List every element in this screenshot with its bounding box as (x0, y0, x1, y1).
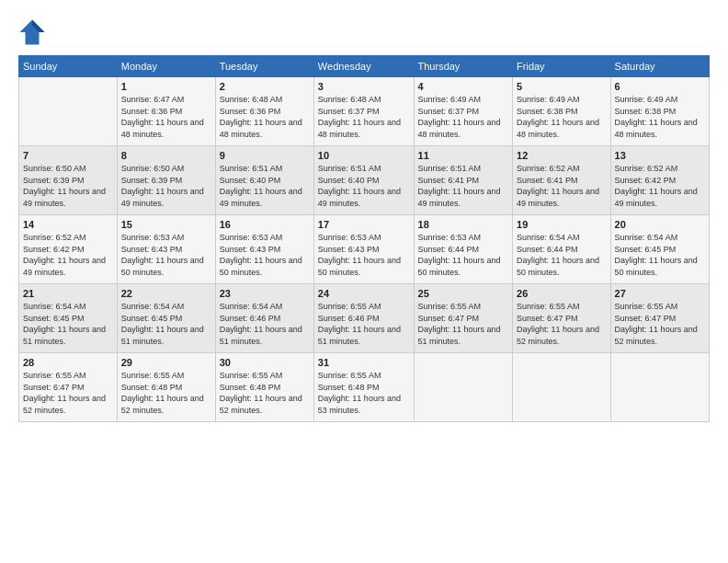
day-number: 19 (517, 219, 607, 230)
day-number: 28 (23, 357, 113, 368)
day-cell: 31 Sunrise: 6:55 AMSunset: 6:48 PMDaylig… (313, 353, 414, 422)
header (18, 18, 710, 46)
day-number: 26 (517, 288, 607, 299)
day-cell: 16 Sunrise: 6:53 AMSunset: 6:43 PMDaylig… (215, 215, 313, 284)
day-detail: Sunrise: 6:52 AMSunset: 6:42 PMDaylight:… (615, 164, 698, 208)
day-number: 13 (615, 150, 705, 161)
day-cell: 28 Sunrise: 6:55 AMSunset: 6:47 PMDaylig… (19, 353, 118, 422)
weekday-monday: Monday (117, 56, 215, 77)
week-row-2: 7 Sunrise: 6:50 AMSunset: 6:39 PMDayligh… (19, 146, 710, 215)
day-detail: Sunrise: 6:51 AMSunset: 6:41 PMDaylight:… (418, 164, 501, 208)
calendar-table: SundayMondayTuesdayWednesdayThursdayFrid… (18, 55, 710, 422)
day-detail: Sunrise: 6:55 AMSunset: 6:47 PMDaylight:… (23, 371, 106, 415)
day-number: 24 (318, 288, 410, 299)
day-detail: Sunrise: 6:51 AMSunset: 6:40 PMDaylight:… (318, 164, 401, 208)
day-number: 30 (220, 357, 310, 368)
day-cell: 15 Sunrise: 6:53 AMSunset: 6:43 PMDaylig… (117, 215, 215, 284)
day-detail: Sunrise: 6:54 AMSunset: 6:45 PMDaylight:… (23, 302, 106, 346)
day-cell: 12 Sunrise: 6:52 AMSunset: 6:41 PMDaylig… (513, 146, 611, 215)
weekday-saturday: Saturday (610, 56, 709, 77)
week-row-5: 28 Sunrise: 6:55 AMSunset: 6:47 PMDaylig… (19, 353, 710, 422)
day-cell: 22 Sunrise: 6:54 AMSunset: 6:45 PMDaylig… (117, 284, 215, 353)
day-number: 8 (121, 150, 211, 161)
day-cell: 6 Sunrise: 6:49 AMSunset: 6:38 PMDayligh… (610, 77, 709, 146)
day-detail: Sunrise: 6:51 AMSunset: 6:40 PMDaylight:… (220, 164, 302, 208)
weekday-wednesday: Wednesday (313, 56, 414, 77)
day-detail: Sunrise: 6:48 AMSunset: 6:37 PMDaylight:… (318, 95, 401, 139)
day-detail: Sunrise: 6:48 AMSunset: 6:36 PMDaylight:… (220, 95, 302, 139)
day-detail: Sunrise: 6:53 AMSunset: 6:44 PMDaylight:… (418, 233, 501, 277)
day-cell (414, 353, 513, 422)
day-cell: 13 Sunrise: 6:52 AMSunset: 6:42 PMDaylig… (610, 146, 709, 215)
day-cell (513, 353, 611, 422)
day-detail: Sunrise: 6:55 AMSunset: 6:48 PMDaylight:… (220, 371, 302, 415)
day-detail: Sunrise: 6:54 AMSunset: 6:46 PMDaylight:… (220, 302, 302, 346)
weekday-sunday: Sunday (19, 56, 118, 77)
day-number: 9 (220, 150, 310, 161)
day-detail: Sunrise: 6:53 AMSunset: 6:43 PMDaylight:… (220, 233, 302, 277)
day-cell: 4 Sunrise: 6:49 AMSunset: 6:37 PMDayligh… (414, 77, 513, 146)
day-detail: Sunrise: 6:53 AMSunset: 6:43 PMDaylight:… (318, 233, 401, 277)
day-detail: Sunrise: 6:54 AMSunset: 6:44 PMDaylight:… (517, 233, 599, 277)
day-number: 20 (615, 219, 705, 230)
day-detail: Sunrise: 6:55 AMSunset: 6:46 PMDaylight:… (318, 302, 401, 346)
page: SundayMondayTuesdayWednesdayThursdayFrid… (0, 0, 728, 563)
day-number: 1 (121, 81, 211, 92)
day-number: 6 (615, 81, 705, 92)
day-detail: Sunrise: 6:49 AMSunset: 6:37 PMDaylight:… (418, 95, 501, 139)
day-detail: Sunrise: 6:53 AMSunset: 6:43 PMDaylight:… (121, 233, 204, 277)
day-number: 2 (220, 81, 310, 92)
day-cell: 14 Sunrise: 6:52 AMSunset: 6:42 PMDaylig… (19, 215, 118, 284)
day-cell: 26 Sunrise: 6:55 AMSunset: 6:47 PMDaylig… (513, 284, 611, 353)
day-cell (19, 77, 118, 146)
weekday-friday: Friday (513, 56, 611, 77)
logo-icon (18, 18, 46, 46)
day-number: 21 (23, 288, 113, 299)
day-number: 14 (23, 219, 113, 230)
day-cell: 2 Sunrise: 6:48 AMSunset: 6:36 PMDayligh… (215, 77, 313, 146)
day-number: 7 (23, 150, 113, 161)
week-row-3: 14 Sunrise: 6:52 AMSunset: 6:42 PMDaylig… (19, 215, 710, 284)
day-cell: 8 Sunrise: 6:50 AMSunset: 6:39 PMDayligh… (117, 146, 215, 215)
day-detail: Sunrise: 6:50 AMSunset: 6:39 PMDaylight:… (23, 164, 106, 208)
day-number: 16 (220, 219, 310, 230)
day-cell: 7 Sunrise: 6:50 AMSunset: 6:39 PMDayligh… (19, 146, 118, 215)
day-cell: 17 Sunrise: 6:53 AMSunset: 6:43 PMDaylig… (313, 215, 414, 284)
day-detail: Sunrise: 6:47 AMSunset: 6:36 PMDaylight:… (121, 95, 204, 139)
day-detail: Sunrise: 6:54 AMSunset: 6:45 PMDaylight:… (615, 233, 698, 277)
day-cell: 18 Sunrise: 6:53 AMSunset: 6:44 PMDaylig… (414, 215, 513, 284)
weekday-thursday: Thursday (414, 56, 513, 77)
day-detail: Sunrise: 6:55 AMSunset: 6:48 PMDaylight:… (318, 371, 401, 415)
day-cell: 11 Sunrise: 6:51 AMSunset: 6:41 PMDaylig… (414, 146, 513, 215)
day-number: 29 (121, 357, 211, 368)
day-cell: 20 Sunrise: 6:54 AMSunset: 6:45 PMDaylig… (610, 215, 709, 284)
day-number: 12 (517, 150, 607, 161)
day-cell: 10 Sunrise: 6:51 AMSunset: 6:40 PMDaylig… (313, 146, 414, 215)
day-number: 3 (318, 81, 410, 92)
day-cell: 27 Sunrise: 6:55 AMSunset: 6:47 PMDaylig… (610, 284, 709, 353)
day-number: 17 (318, 219, 410, 230)
day-detail: Sunrise: 6:49 AMSunset: 6:38 PMDaylight:… (517, 95, 599, 139)
day-cell (610, 353, 709, 422)
day-cell: 9 Sunrise: 6:51 AMSunset: 6:40 PMDayligh… (215, 146, 313, 215)
day-detail: Sunrise: 6:55 AMSunset: 6:47 PMDaylight:… (517, 302, 599, 346)
day-cell: 23 Sunrise: 6:54 AMSunset: 6:46 PMDaylig… (215, 284, 313, 353)
day-number: 27 (615, 288, 705, 299)
day-detail: Sunrise: 6:52 AMSunset: 6:41 PMDaylight:… (517, 164, 599, 208)
day-cell: 25 Sunrise: 6:55 AMSunset: 6:47 PMDaylig… (414, 284, 513, 353)
day-number: 23 (220, 288, 310, 299)
day-detail: Sunrise: 6:54 AMSunset: 6:45 PMDaylight:… (121, 302, 204, 346)
day-number: 5 (517, 81, 607, 92)
day-detail: Sunrise: 6:52 AMSunset: 6:42 PMDaylight:… (23, 233, 106, 277)
day-number: 22 (121, 288, 211, 299)
day-detail: Sunrise: 6:55 AMSunset: 6:47 PMDaylight:… (418, 302, 501, 346)
day-cell: 24 Sunrise: 6:55 AMSunset: 6:46 PMDaylig… (313, 284, 414, 353)
day-cell: 19 Sunrise: 6:54 AMSunset: 6:44 PMDaylig… (513, 215, 611, 284)
day-number: 31 (318, 357, 410, 368)
weekday-header-row: SundayMondayTuesdayWednesdayThursdayFrid… (19, 56, 710, 77)
day-cell: 3 Sunrise: 6:48 AMSunset: 6:37 PMDayligh… (313, 77, 414, 146)
week-row-4: 21 Sunrise: 6:54 AMSunset: 6:45 PMDaylig… (19, 284, 710, 353)
day-cell: 30 Sunrise: 6:55 AMSunset: 6:48 PMDaylig… (215, 353, 313, 422)
day-cell: 5 Sunrise: 6:49 AMSunset: 6:38 PMDayligh… (513, 77, 611, 146)
day-detail: Sunrise: 6:55 AMSunset: 6:48 PMDaylight:… (121, 371, 204, 415)
